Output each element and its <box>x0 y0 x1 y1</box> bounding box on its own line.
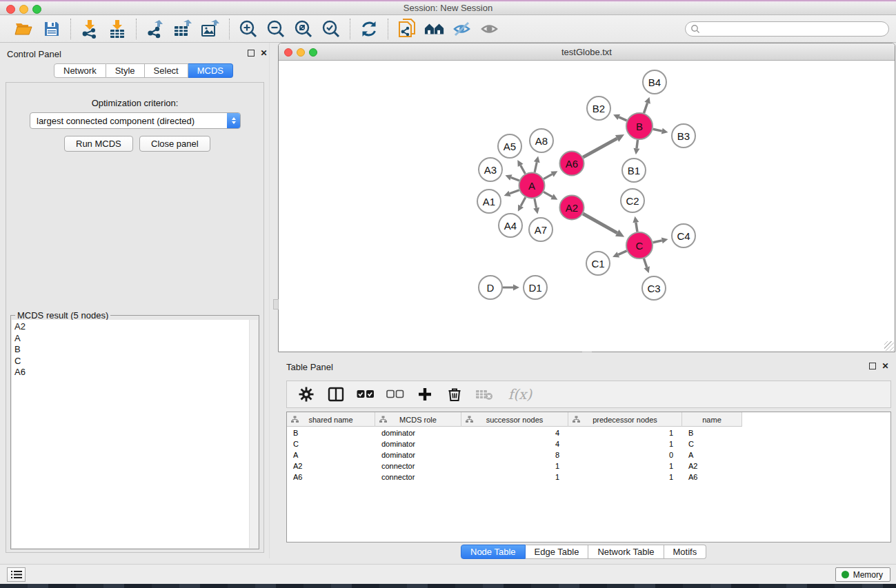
edge-C-C3[interactable] <box>644 258 646 267</box>
mcds-result-list[interactable]: A2ABCA6 <box>12 320 250 548</box>
tab-node-table[interactable]: Node Table <box>461 545 526 559</box>
float-panel-icon[interactable] <box>246 48 255 57</box>
close-table-panel-icon[interactable]: ✕ <box>881 361 890 370</box>
search-input[interactable] <box>700 23 888 35</box>
zoom-out-icon[interactable] <box>266 19 286 39</box>
tab-style[interactable]: Style <box>106 63 145 78</box>
edge-A-A2[interactable] <box>544 192 552 196</box>
criterion-dropdown[interactable]: largest connected component (directed) <box>30 112 241 129</box>
node-label-B4: B4 <box>648 77 661 88</box>
table-row[interactable]: Bdominator41B <box>287 427 890 438</box>
cell: A6 <box>682 472 742 483</box>
edge-C-C2[interactable] <box>636 223 637 232</box>
vertical-splitter-handle[interactable] <box>273 299 279 310</box>
network-view-window: testGlobe.txt B4B2BB3B1A5A8A3A6AA1A2C2A4… <box>278 43 895 352</box>
main-toolbar <box>0 15 896 43</box>
save-session-icon[interactable] <box>41 19 62 39</box>
result-item[interactable]: B <box>14 344 250 356</box>
search-field[interactable] <box>685 21 889 37</box>
tab-select[interactable]: Select <box>145 63 188 78</box>
run-mcds-button[interactable]: Run MCDS <box>64 136 133 152</box>
network-canvas[interactable]: B4B2BB3B1A5A8A3A6AA1A2C2A4A7C4CC1C3DD1 <box>279 61 895 352</box>
edge-A-A7[interactable] <box>535 199 537 208</box>
float-table-panel-icon[interactable] <box>868 361 877 370</box>
zoom-in-icon[interactable] <box>238 19 259 39</box>
edge-C-C1[interactable] <box>618 251 626 254</box>
column-header-successor-nodes[interactable]: successor nodes <box>461 412 568 427</box>
column-header-MCDS-role[interactable]: MCDS role <box>375 412 461 427</box>
edge-A2-C[interactable] <box>583 214 617 233</box>
delete-column-trash-icon[interactable] <box>446 385 464 403</box>
edge-A-A6[interactable] <box>544 174 552 179</box>
search-icon <box>690 24 700 34</box>
edge-A6-B[interactable] <box>583 139 617 157</box>
show-panels-list-button[interactable] <box>7 567 26 582</box>
close-window-button[interactable] <box>6 5 15 14</box>
import-table-icon[interactable] <box>107 19 128 39</box>
edge-C-C4[interactable] <box>653 241 662 243</box>
window-resize-grip[interactable] <box>884 341 894 351</box>
minimize-window-button[interactable] <box>19 5 28 14</box>
hide-selected-icon[interactable] <box>452 19 472 39</box>
table-row[interactable]: A2connector11A2 <box>287 460 890 472</box>
memory-button[interactable]: Memory <box>835 567 890 582</box>
network-minimize-button[interactable] <box>297 48 305 57</box>
export-network-icon[interactable] <box>145 19 166 39</box>
import-network-icon[interactable] <box>79 19 100 39</box>
select-all-checkboxes-icon[interactable] <box>357 385 375 403</box>
cell: 1 <box>568 472 682 483</box>
column-header-predecessor-nodes[interactable]: predecessor nodes <box>568 412 682 427</box>
export-table-icon[interactable] <box>172 19 193 39</box>
zoom-fit-icon[interactable] <box>293 19 314 39</box>
result-item[interactable]: A <box>14 333 250 345</box>
edge-B-B4[interactable] <box>644 103 648 113</box>
table-row[interactable]: A6connector11A6 <box>287 472 890 483</box>
arrowhead-icon <box>644 97 650 104</box>
open-file-icon[interactable] <box>14 19 34 39</box>
hierarchy-icon <box>291 416 299 423</box>
result-scrollbar[interactable] <box>249 320 258 548</box>
column-header-shared-name[interactable]: shared name <box>287 412 375 427</box>
table-settings-gear-icon[interactable] <box>297 385 315 403</box>
result-item[interactable]: A2 <box>14 321 250 333</box>
export-image-icon[interactable] <box>200 19 221 39</box>
edge-B-B1[interactable] <box>637 140 638 148</box>
arrowhead-icon <box>634 148 640 154</box>
edge-A-A4[interactable] <box>521 197 526 206</box>
edge-A-A8[interactable] <box>535 162 537 172</box>
node-table: shared nameMCDS rolesuccessor nodesprede… <box>286 412 891 543</box>
network-window-title: testGlobe.txt <box>561 47 612 57</box>
refresh-layout-icon[interactable] <box>359 19 379 39</box>
zoom-selected-icon[interactable] <box>321 19 341 39</box>
add-column-icon[interactable] <box>416 385 434 403</box>
result-item[interactable]: C <box>14 356 250 367</box>
arrowhead-icon <box>513 285 519 291</box>
edge-B-B3[interactable] <box>653 129 662 131</box>
zoom-window-button[interactable] <box>32 5 41 14</box>
split-columns-icon[interactable] <box>327 385 345 403</box>
cell: C <box>287 438 375 449</box>
show-all-icon[interactable] <box>479 19 500 39</box>
tab-network[interactable]: Network <box>54 63 106 78</box>
edge-A-A5[interactable] <box>521 165 526 174</box>
hierarchy-icon <box>573 416 580 423</box>
edge-A-A3[interactable] <box>511 177 519 181</box>
result-item[interactable]: A6 <box>14 367 250 378</box>
home-neighbors-icon[interactable] <box>424 19 445 39</box>
network-window-titlebar[interactable]: testGlobe.txt <box>279 43 895 61</box>
deselect-all-checkboxes-icon[interactable] <box>386 385 404 403</box>
tab-network-table[interactable]: Network Table <box>588 545 664 559</box>
tab-motifs[interactable]: Motifs <box>664 545 707 559</box>
edge-A-A1[interactable] <box>510 190 519 194</box>
network-document-icon[interactable] <box>397 19 417 39</box>
table-row[interactable]: Cdominator41C <box>287 438 890 449</box>
network-zoom-button[interactable] <box>309 48 317 57</box>
tab-mcds[interactable]: MCDS <box>188 63 233 78</box>
edge-B-B2[interactable] <box>619 117 626 121</box>
tab-edge-table[interactable]: Edge Table <box>526 545 589 559</box>
column-header-name[interactable]: name <box>682 412 742 427</box>
close-panel-icon[interactable]: ✕ <box>259 48 268 57</box>
table-row[interactable]: Adominator80A <box>287 449 890 460</box>
network-close-button[interactable] <box>284 48 292 57</box>
close-panel-button[interactable]: Close panel <box>139 136 210 152</box>
